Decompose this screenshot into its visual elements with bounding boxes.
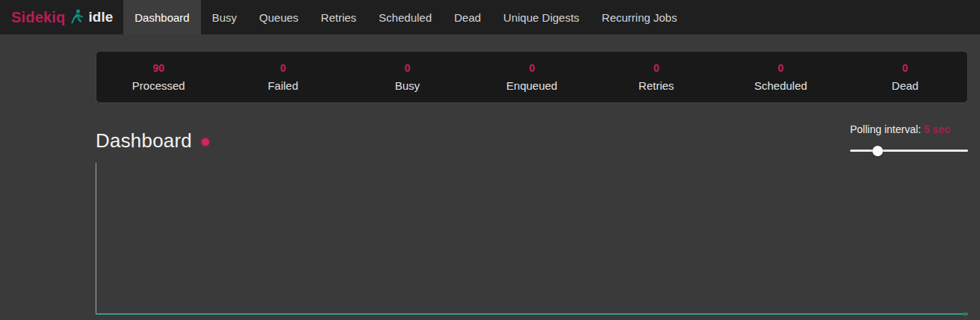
stat-enqueued-label: Enqueued bbox=[470, 80, 595, 91]
sidekiq-ninja-icon bbox=[71, 9, 84, 25]
polling-interval-control: Polling interval: 5 sec bbox=[850, 123, 968, 156]
nav-item-scheduled[interactable]: Scheduled bbox=[368, 0, 443, 34]
stat-failed-value: 0 bbox=[221, 63, 346, 73]
brand[interactable]: Sidekiq idle bbox=[0, 0, 123, 34]
stat-dead-label: Dead bbox=[843, 80, 967, 91]
slider-track[interactable] bbox=[850, 150, 968, 152]
polling-interval-value: 5 sec bbox=[924, 123, 950, 135]
nav-item-dashboard[interactable]: Dashboard bbox=[123, 0, 200, 34]
nav-item-unique-digests[interactable]: Unique Digests bbox=[492, 0, 591, 34]
stat-retries[interactable]: 0 Retries bbox=[594, 63, 719, 91]
nav-item-recurring-jobs[interactable]: Recurring Jobs bbox=[591, 0, 689, 34]
stat-dead[interactable]: 0 Dead bbox=[843, 63, 967, 91]
summary-stats-bar: 90 Processed 0 Failed 0 Busy 0 Enqueued … bbox=[96, 51, 968, 103]
stat-scheduled-label: Scheduled bbox=[719, 80, 843, 91]
nav-item-busy[interactable]: Busy bbox=[201, 0, 248, 34]
stat-scheduled-value: 0 bbox=[719, 63, 843, 73]
stat-processed-label: Processed bbox=[96, 80, 221, 91]
polling-interval-label: Polling interval: 5 sec bbox=[850, 123, 968, 135]
stat-enqueued[interactable]: 0 Enqueued bbox=[470, 63, 595, 91]
stat-processed[interactable]: 90 Processed bbox=[96, 63, 221, 91]
sidekiq-logo[interactable]: Sidekiq bbox=[11, 9, 66, 26]
stat-enqueued-value: 0 bbox=[470, 63, 595, 73]
stat-failed-label: Failed bbox=[221, 80, 346, 91]
page-title-wrap: Dashboard bbox=[96, 129, 209, 153]
nav-item-queues[interactable]: Queues bbox=[248, 0, 310, 34]
chart-series-line bbox=[96, 313, 968, 315]
live-beacon-icon bbox=[202, 138, 209, 146]
dashboard-header-row: Dashboard Polling interval: 5 sec bbox=[96, 127, 968, 160]
realtime-chart bbox=[96, 163, 968, 320]
page-title: Dashboard bbox=[96, 129, 192, 153]
stat-retries-label: Retries bbox=[594, 80, 719, 91]
stat-retries-value: 0 bbox=[594, 63, 719, 73]
chart-line-endpoint bbox=[962, 312, 968, 316]
stat-failed[interactable]: 0 Failed bbox=[221, 63, 346, 91]
chart-y-axis bbox=[96, 163, 96, 315]
nav-items: Dashboard Busy Queues Retries Scheduled … bbox=[123, 0, 688, 34]
stat-busy-label: Busy bbox=[345, 80, 470, 91]
nav-item-retries[interactable]: Retries bbox=[310, 0, 368, 34]
status-text: idle bbox=[89, 9, 114, 25]
slider-thumb[interactable] bbox=[872, 146, 883, 156]
stat-dead-value: 0 bbox=[843, 63, 967, 73]
nav-item-dead[interactable]: Dead bbox=[443, 0, 492, 34]
stat-scheduled[interactable]: 0 Scheduled bbox=[719, 63, 843, 91]
main-content: 90 Processed 0 Failed 0 Busy 0 Enqueued … bbox=[96, 34, 968, 160]
stat-busy-value: 0 bbox=[345, 63, 470, 73]
stat-processed-value: 90 bbox=[96, 63, 221, 73]
top-navbar: Sidekiq idle Dashboard Busy Queues Retri… bbox=[0, 0, 980, 34]
stat-busy[interactable]: 0 Busy bbox=[345, 63, 470, 91]
polling-interval-slider[interactable] bbox=[850, 146, 968, 156]
